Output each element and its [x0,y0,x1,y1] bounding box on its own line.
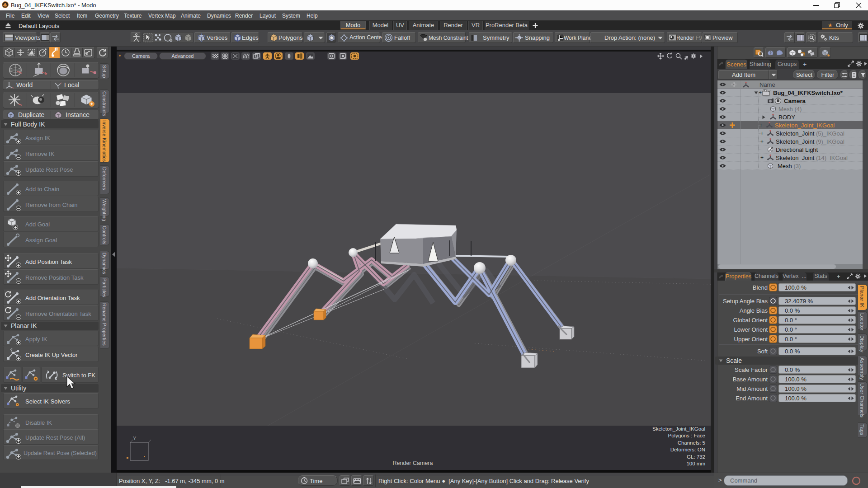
svg-text:Skeleton_Joint_IKGoal: Skeleton_Joint_IKGoal [652,426,705,432]
svg-text:100 mm: 100 mm [686,461,705,466]
svg-text:GL: 732: GL: 732 [687,454,705,460]
svg-text:Render Camera: Render Camera [393,460,433,466]
svg-text:Channels: 5: Channels: 5 [678,440,705,446]
svg-text:Deformers: ON: Deformers: ON [670,447,705,452]
svg-text:Y: Y [133,436,137,441]
svg-text:Polygons : Face: Polygons : Face [668,433,705,438]
